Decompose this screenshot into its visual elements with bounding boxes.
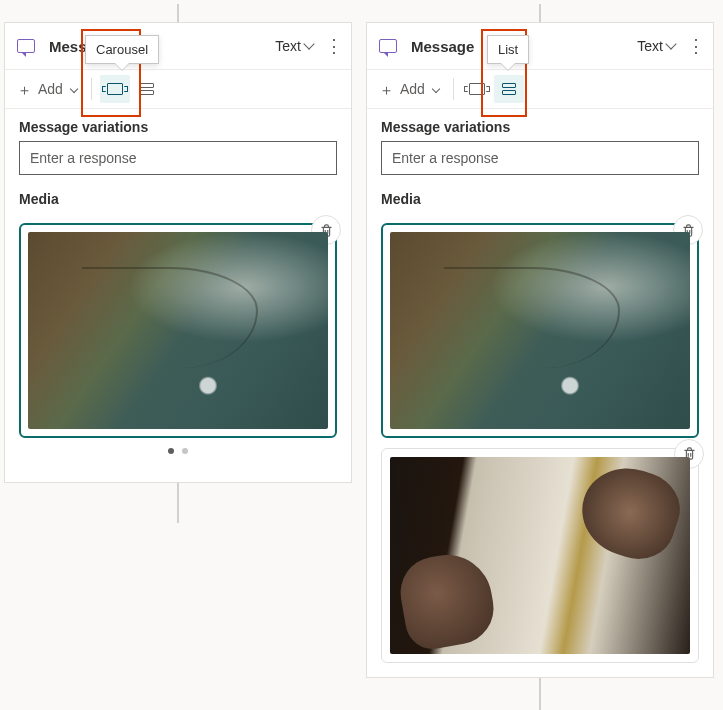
carousel-icon: [469, 83, 485, 95]
output-type-label: Text: [637, 38, 663, 54]
more-menu-button[interactable]: ⋮: [325, 37, 343, 55]
output-type-dropdown[interactable]: Text: [637, 38, 675, 54]
media-heading: Media: [367, 181, 713, 213]
node-topbar: Message Text ⋮ Carousel: [5, 23, 351, 69]
message-icon: [17, 39, 35, 53]
message-node-right: Message Text ⋮ List ＋ Add: [366, 22, 714, 678]
response-input[interactable]: [19, 141, 337, 175]
node-subbar: ＋ Add: [367, 69, 713, 109]
carousel-dot[interactable]: [182, 448, 188, 454]
layout-carousel-button[interactable]: [462, 75, 492, 103]
output-type-label: Text: [275, 38, 301, 54]
list-icon: [140, 83, 154, 95]
media-thumbnail: [390, 232, 690, 429]
layout-list-button[interactable]: [494, 75, 524, 103]
tooltip-list: List: [487, 35, 529, 64]
plus-icon: ＋: [17, 82, 32, 97]
divider: [91, 78, 92, 100]
media-card[interactable]: [19, 223, 337, 438]
tooltip-text: Carousel: [96, 42, 148, 57]
response-input[interactable]: [381, 141, 699, 175]
more-menu-button[interactable]: ⋮: [687, 37, 705, 55]
chevron-down-icon: [665, 38, 676, 49]
add-button[interactable]: ＋ Add: [373, 77, 445, 101]
list-icon: [502, 83, 516, 95]
chevron-down-icon: [432, 85, 440, 93]
media-card[interactable]: [381, 448, 699, 663]
chevron-down-icon: [303, 38, 314, 49]
media-thumbnail: [28, 232, 328, 429]
layout-list-button[interactable]: [132, 75, 162, 103]
tooltip-text: List: [498, 42, 518, 57]
message-node-left: Message Text ⋮ Carousel ＋ Add: [4, 22, 352, 483]
node-subbar: ＋ Add: [5, 69, 351, 109]
tooltip-carousel: Carousel: [85, 35, 159, 64]
plus-icon: ＋: [379, 82, 394, 97]
output-type-dropdown[interactable]: Text: [275, 38, 313, 54]
layout-carousel-button[interactable]: [100, 75, 130, 103]
carousel-pagination-dots: [19, 438, 337, 468]
divider: [453, 78, 454, 100]
add-label: Add: [38, 81, 63, 97]
variations-heading: Message variations: [367, 109, 713, 141]
node-title: Message: [411, 38, 474, 55]
add-button[interactable]: ＋ Add: [11, 77, 83, 101]
carousel-icon: [107, 83, 123, 95]
chevron-down-icon: [70, 85, 78, 93]
variations-heading: Message variations: [5, 109, 351, 141]
media-card[interactable]: [381, 223, 699, 438]
node-topbar: Message Text ⋮ List: [367, 23, 713, 69]
media-heading: Media: [5, 181, 351, 213]
add-label: Add: [400, 81, 425, 97]
message-icon: [379, 39, 397, 53]
media-thumbnail: [390, 457, 690, 654]
carousel-dot-active[interactable]: [168, 448, 174, 454]
